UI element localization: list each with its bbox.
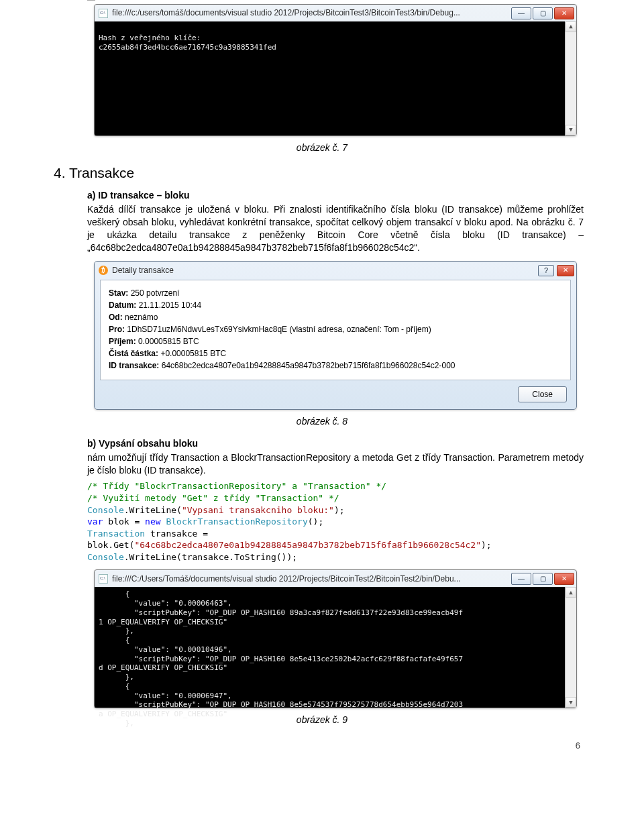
vertical-scrollbar[interactable]: ▲ ▼ <box>565 21 576 135</box>
figure-caption-1: obrázek č. 7 <box>0 142 644 154</box>
value: 21.11.2015 10:44 <box>139 300 201 310</box>
minimize-button[interactable]: — <box>511 7 531 19</box>
row-idtx: ID transakce: 64c68bc2edca4807e0a1b94288… <box>109 360 562 372</box>
scroll-up-icon[interactable]: ▲ <box>566 21 576 32</box>
window-title: file:///C:/Users/Tomáš/documents/visual … <box>112 573 510 584</box>
scroll-track[interactable] <box>566 32 576 125</box>
maximize-button[interactable]: ▢ <box>533 573 553 585</box>
value: 250 potvrzení <box>131 288 180 298</box>
close-icon: ✕ <box>561 9 567 18</box>
subsection-a-heading: a) ID transakce – bloku <box>87 189 584 202</box>
subsection-b-text: nám umožňují třídy Transaction a BlockrT… <box>87 451 584 477</box>
console-body: Hash z veřejného klíče: c2655ab84f3ed4bc… <box>95 21 576 135</box>
page-number: 6 <box>0 740 644 752</box>
close-icon: ✕ <box>561 574 567 584</box>
code-keyword: var <box>87 516 103 527</box>
scroll-down-icon[interactable]: ▼ <box>566 125 576 135</box>
code-type: Transaction <box>87 529 145 539</box>
console-output: { "value": "0.00006463", "scriptPubKey":… <box>99 590 463 728</box>
close-button[interactable]: ✕ <box>554 7 574 19</box>
code-text: .WriteLine(transakce.ToString()); <box>124 552 297 562</box>
chevron-up-icon: ▲ <box>569 23 572 30</box>
console-window-1: file:///c:/users/tomáš/documents/visual … <box>94 4 577 136</box>
chevron-down-icon: ▼ <box>569 126 572 133</box>
label: Datum: <box>109 300 136 310</box>
console-body: { "value": "0.00006463", "scriptPubKey":… <box>95 587 576 708</box>
row-stav: Stav: 250 potvrzení <box>109 287 562 299</box>
console-app-icon <box>99 574 108 584</box>
row-datum: Datum: 21.11.2015 10:44 <box>109 299 562 311</box>
code-text: .WriteLine( <box>124 505 182 515</box>
maximize-icon: ▢ <box>540 9 546 18</box>
dialog-title: Detaily transakce <box>112 265 538 276</box>
label: ID transakce: <box>109 361 159 370</box>
code-text: transakce = <box>145 529 208 539</box>
code-keyword: new <box>145 516 160 527</box>
row-pro: Pro: 1DhSD71uzM6NdwvLesTx69YsivkmHac8qE … <box>109 323 562 335</box>
help-button[interactable]: ? <box>538 265 554 276</box>
help-icon: ? <box>544 266 548 276</box>
window-title: file:///c:/users/tomáš/documents/visual … <box>112 7 510 18</box>
code-type: BlockrTransactionRepository <box>166 516 307 527</box>
value: 1DhSD71uzM6NdwvLesTx69YsivkmHac8qE (vlas… <box>127 325 431 334</box>
code-block: /* Třídy "BlockrTransactionRepository" a… <box>87 480 584 563</box>
dialog-close-action-button[interactable]: Close <box>518 386 567 402</box>
close-icon: ✕ <box>563 266 568 275</box>
transaction-details-dialog: ₿ Detaily transakce ? ✕ Stav: 250 potvrz… <box>94 261 577 410</box>
dialog-window-buttons: ? ✕ <box>538 265 574 276</box>
row-od: Od: neznámo <box>109 311 562 323</box>
chevron-down-icon: ▼ <box>569 699 572 706</box>
value: 0.00005815 BTC <box>138 337 199 346</box>
scroll-down-icon[interactable]: ▼ <box>566 697 576 708</box>
console-line: Hash z veřejného klíče: <box>99 34 201 42</box>
close-button[interactable]: ✕ <box>554 573 574 585</box>
window-buttons: — ▢ ✕ <box>510 573 574 585</box>
label: Stav: <box>109 288 128 298</box>
section-heading: 4. Transakce <box>54 164 584 182</box>
maximize-button[interactable]: ▢ <box>533 7 553 19</box>
window-buttons: — ▢ ✕ <box>510 7 574 19</box>
figure-caption-3: obrázek č. 9 <box>0 714 644 726</box>
subsection-a-text: Každá dílčí transakce je uložená v bloku… <box>87 203 584 254</box>
minimize-button[interactable]: — <box>511 573 531 585</box>
console-app-icon <box>99 9 108 18</box>
bitcoin-glyph: ₿ <box>102 266 105 274</box>
code-type: Console <box>87 552 124 562</box>
minimize-icon: — <box>518 574 525 584</box>
value: +0.00005815 BTC <box>160 349 226 358</box>
dialog-body: Stav: 250 potvrzení Datum: 21.11.2015 10… <box>100 280 571 380</box>
console-window-2: file:///C:/Users/Tomáš/documents/visual … <box>94 569 577 708</box>
scroll-up-icon[interactable]: ▲ <box>566 587 576 598</box>
console-line: c2655ab84f3ed4bcc6ae716745c9a39885341fed <box>99 43 276 52</box>
vertical-scrollbar[interactable]: ▲ ▼ <box>565 587 576 708</box>
code-text: ); <box>334 505 345 515</box>
subsection-b-heading: b) Vypsání obsahu bloku <box>87 437 584 450</box>
code-type: Console <box>87 505 124 515</box>
label: Pro: <box>109 325 125 334</box>
scroll-track[interactable] <box>566 598 576 697</box>
dialog-footer: Close <box>95 384 576 409</box>
row-cista: Čistá částka: +0.00005815 BTC <box>109 347 562 360</box>
label: Od: <box>109 313 123 322</box>
code-comment: /* Třídy "BlockrTransactionRepository" a… <box>87 481 386 491</box>
value: neznámo <box>125 313 158 322</box>
code-text: (); <box>308 516 323 527</box>
dialog-titlebar: ₿ Detaily transakce ? ✕ <box>95 262 576 280</box>
code-string: "64c68bc2edca4807e0a1b94288845a9847b3782… <box>134 540 481 550</box>
dialog-close-button[interactable]: ✕ <box>557 265 574 276</box>
code-text: blok = <box>103 516 145 527</box>
maximize-icon: ▢ <box>540 574 546 584</box>
code-comment: /* Využití metody "Get" z třídy "Transac… <box>87 493 339 503</box>
code-text: blok.Get( <box>87 540 134 550</box>
figure-caption-2: obrázek č. 8 <box>0 415 644 428</box>
code-string: "Vypsani transakcniho bloku:" <box>182 505 334 515</box>
chevron-up-icon: ▲ <box>569 589 572 596</box>
page-top-crop-mark <box>87 0 95 4</box>
titlebar: file:///C:/Users/Tomáš/documents/visual … <box>95 570 576 587</box>
minimize-icon: — <box>518 9 525 18</box>
code-text: ); <box>481 540 492 550</box>
value: 64c68bc2edca4807e0a1b94288845a9847b3782b… <box>162 361 455 370</box>
label: Příjem: <box>109 337 136 346</box>
bitcoin-icon: ₿ <box>99 266 108 275</box>
row-prijem: Příjem: 0.00005815 BTC <box>109 335 562 347</box>
